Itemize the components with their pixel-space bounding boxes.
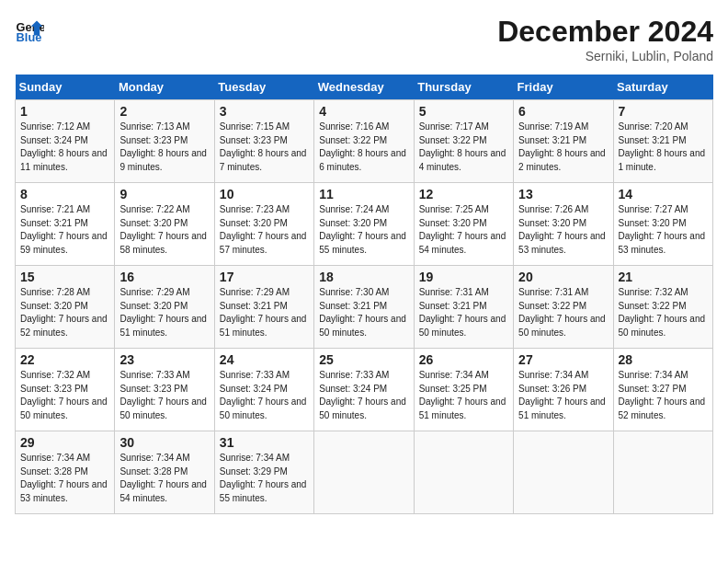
day-cell-23: 23Sunrise: 7:33 AMSunset: 3:23 PMDayligh…	[115, 349, 214, 431]
header-thursday: Thursday	[414, 75, 513, 100]
cell-info: Sunrise: 7:20 AMSunset: 3:21 PMDaylight:…	[619, 121, 708, 174]
day-number: 4	[319, 104, 408, 119]
cell-info: Sunrise: 7:16 AMSunset: 3:22 PMDaylight:…	[319, 121, 408, 174]
day-cell-11: 11Sunrise: 7:24 AMSunset: 3:20 PMDayligh…	[314, 183, 414, 266]
header-monday: Monday	[115, 75, 214, 100]
header-tuesday: Tuesday	[214, 75, 313, 100]
day-number: 26	[419, 352, 508, 367]
day-number: 24	[220, 352, 309, 367]
day-number: 17	[220, 270, 309, 284]
cell-info: Sunrise: 7:21 AMSunset: 3:21 PMDaylight:…	[20, 203, 109, 257]
day-number: 2	[119, 104, 209, 119]
day-cell-20: 20Sunrise: 7:31 AMSunset: 3:22 PMDayligh…	[514, 266, 613, 349]
day-cell-17: 17Sunrise: 7:29 AMSunset: 3:21 PMDayligh…	[214, 266, 313, 349]
calendar-table: Sunday Monday Tuesday Wednesday Thursday…	[15, 75, 713, 514]
calendar-subtitle: Serniki, Lublin, Poland	[497, 49, 713, 63]
calendar-week-2: 15Sunrise: 7:28 AMSunset: 3:20 PMDayligh…	[16, 266, 713, 349]
day-cell-9: 9Sunrise: 7:22 AMSunset: 3:20 PMDaylight…	[115, 183, 214, 266]
day-cell-3: 3Sunrise: 7:15 AMSunset: 3:23 PMDaylight…	[214, 100, 313, 183]
calendar-title: December 2024	[497, 15, 713, 49]
day-number: 21	[619, 270, 708, 284]
cell-info: Sunrise: 7:17 AMSunset: 3:22 PMDaylight:…	[419, 121, 508, 174]
day-number: 28	[619, 352, 708, 367]
weekday-header-row: Sunday Monday Tuesday Wednesday Thursday…	[16, 75, 713, 100]
day-cell-10: 10Sunrise: 7:23 AMSunset: 3:20 PMDayligh…	[214, 183, 313, 266]
cell-info: Sunrise: 7:34 AMSunset: 3:27 PMDaylight:…	[619, 369, 708, 422]
logo-icon: General Blue	[15, 15, 44, 44]
day-number: 13	[518, 187, 608, 201]
day-cell-18: 18Sunrise: 7:30 AMSunset: 3:21 PMDayligh…	[314, 266, 414, 349]
cell-info: Sunrise: 7:32 AMSunset: 3:23 PMDaylight:…	[20, 369, 109, 422]
day-number: 30	[119, 435, 209, 450]
day-number: 31	[220, 435, 309, 450]
cell-info: Sunrise: 7:34 AMSunset: 3:29 PMDaylight:…	[220, 452, 309, 505]
cell-info: Sunrise: 7:34 AMSunset: 3:28 PMDaylight:…	[20, 452, 109, 505]
header-sunday: Sunday	[16, 75, 115, 100]
day-number: 10	[220, 187, 309, 201]
empty-cell	[613, 431, 712, 514]
day-number: 11	[319, 187, 408, 201]
cell-info: Sunrise: 7:12 AMSunset: 3:24 PMDaylight:…	[20, 121, 109, 174]
day-number: 5	[419, 104, 508, 119]
cell-info: Sunrise: 7:33 AMSunset: 3:24 PMDaylight:…	[220, 369, 309, 422]
day-cell-25: 25Sunrise: 7:33 AMSunset: 3:24 PMDayligh…	[314, 349, 414, 431]
empty-cell	[514, 431, 613, 514]
cell-info: Sunrise: 7:33 AMSunset: 3:23 PMDaylight:…	[119, 369, 209, 422]
cell-info: Sunrise: 7:24 AMSunset: 3:20 PMDaylight:…	[319, 203, 408, 257]
header-saturday: Saturday	[613, 75, 712, 100]
cell-info: Sunrise: 7:30 AMSunset: 3:21 PMDaylight:…	[319, 286, 408, 339]
day-cell-5: 5Sunrise: 7:17 AMSunset: 3:22 PMDaylight…	[414, 100, 513, 183]
day-number: 7	[619, 104, 708, 119]
page-header: General Blue December 2024 Serniki, Lubl…	[15, 15, 713, 63]
day-number: 1	[20, 104, 109, 119]
cell-info: Sunrise: 7:34 AMSunset: 3:28 PMDaylight:…	[119, 452, 209, 505]
day-cell-31: 31Sunrise: 7:34 AMSunset: 3:29 PMDayligh…	[214, 431, 313, 514]
day-cell-8: 8Sunrise: 7:21 AMSunset: 3:21 PMDaylight…	[16, 183, 115, 266]
day-cell-4: 4Sunrise: 7:16 AMSunset: 3:22 PMDaylight…	[314, 100, 414, 183]
day-cell-12: 12Sunrise: 7:25 AMSunset: 3:20 PMDayligh…	[414, 183, 513, 266]
cell-info: Sunrise: 7:31 AMSunset: 3:22 PMDaylight:…	[518, 286, 608, 339]
day-number: 6	[518, 104, 608, 119]
day-number: 22	[20, 352, 109, 367]
logo: General Blue	[15, 15, 44, 44]
day-number: 18	[319, 270, 408, 284]
day-number: 15	[20, 270, 109, 284]
day-number: 9	[119, 187, 209, 201]
empty-cell	[314, 431, 414, 514]
day-cell-30: 30Sunrise: 7:34 AMSunset: 3:28 PMDayligh…	[115, 431, 214, 514]
cell-info: Sunrise: 7:29 AMSunset: 3:20 PMDaylight:…	[119, 286, 209, 339]
cell-info: Sunrise: 7:33 AMSunset: 3:24 PMDaylight:…	[319, 369, 408, 422]
calendar-week-1: 8Sunrise: 7:21 AMSunset: 3:21 PMDaylight…	[16, 183, 713, 266]
day-cell-13: 13Sunrise: 7:26 AMSunset: 3:20 PMDayligh…	[514, 183, 613, 266]
cell-info: Sunrise: 7:34 AMSunset: 3:25 PMDaylight:…	[419, 369, 508, 422]
day-cell-14: 14Sunrise: 7:27 AMSunset: 3:20 PMDayligh…	[613, 183, 712, 266]
day-cell-24: 24Sunrise: 7:33 AMSunset: 3:24 PMDayligh…	[214, 349, 313, 431]
cell-info: Sunrise: 7:13 AMSunset: 3:23 PMDaylight:…	[119, 121, 209, 174]
day-cell-22: 22Sunrise: 7:32 AMSunset: 3:23 PMDayligh…	[16, 349, 115, 431]
day-number: 19	[419, 270, 508, 284]
cell-info: Sunrise: 7:23 AMSunset: 3:20 PMDaylight:…	[220, 203, 309, 257]
day-number: 20	[518, 270, 608, 284]
cell-info: Sunrise: 7:26 AMSunset: 3:20 PMDaylight:…	[518, 203, 608, 257]
calendar-week-3: 22Sunrise: 7:32 AMSunset: 3:23 PMDayligh…	[16, 349, 713, 431]
day-cell-26: 26Sunrise: 7:34 AMSunset: 3:25 PMDayligh…	[414, 349, 513, 431]
cell-info: Sunrise: 7:19 AMSunset: 3:21 PMDaylight:…	[518, 121, 608, 174]
day-number: 16	[119, 270, 209, 284]
cell-info: Sunrise: 7:31 AMSunset: 3:21 PMDaylight:…	[419, 286, 508, 339]
day-cell-7: 7Sunrise: 7:20 AMSunset: 3:21 PMDaylight…	[613, 100, 712, 183]
day-number: 29	[20, 435, 109, 450]
day-cell-16: 16Sunrise: 7:29 AMSunset: 3:20 PMDayligh…	[115, 266, 214, 349]
day-cell-27: 27Sunrise: 7:34 AMSunset: 3:26 PMDayligh…	[514, 349, 613, 431]
day-number: 25	[319, 352, 408, 367]
day-number: 14	[619, 187, 708, 201]
calendar-week-4: 29Sunrise: 7:34 AMSunset: 3:28 PMDayligh…	[16, 431, 713, 514]
day-cell-6: 6Sunrise: 7:19 AMSunset: 3:21 PMDaylight…	[514, 100, 613, 183]
cell-info: Sunrise: 7:22 AMSunset: 3:20 PMDaylight:…	[119, 203, 209, 257]
day-cell-1: 1Sunrise: 7:12 AMSunset: 3:24 PMDaylight…	[16, 100, 115, 183]
empty-cell	[414, 431, 513, 514]
cell-info: Sunrise: 7:27 AMSunset: 3:20 PMDaylight:…	[619, 203, 708, 257]
cell-info: Sunrise: 7:32 AMSunset: 3:22 PMDaylight:…	[619, 286, 708, 339]
calendar-week-0: 1Sunrise: 7:12 AMSunset: 3:24 PMDaylight…	[16, 100, 713, 183]
cell-info: Sunrise: 7:34 AMSunset: 3:26 PMDaylight:…	[518, 369, 608, 422]
header-wednesday: Wednesday	[314, 75, 414, 100]
